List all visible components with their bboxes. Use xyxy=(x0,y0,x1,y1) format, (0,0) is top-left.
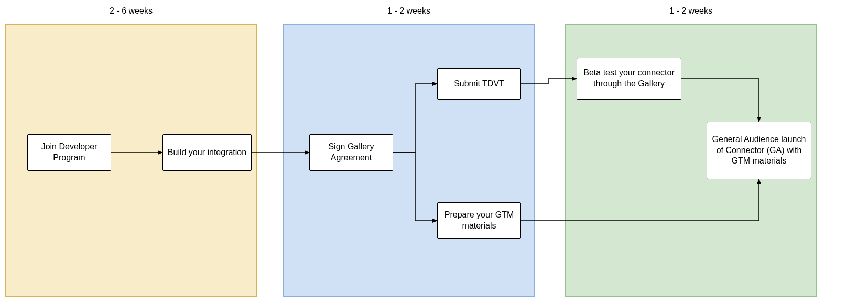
node-submit-tdvt: Submit TDVT xyxy=(437,68,521,100)
phase-label-1: 2 - 6 weeks xyxy=(5,6,257,16)
node-build-integration: Build your integration xyxy=(162,134,252,171)
phase-label-2: 1 - 2 weeks xyxy=(283,6,535,16)
node-prepare-gtm: Prepare your GTM materials xyxy=(437,202,521,239)
node-sign-gallery-agreement: Sign Gallery Agreement xyxy=(309,134,393,171)
node-join-developer-program: Join Developer Program xyxy=(27,134,111,171)
node-beta-test: Beta test your connector through the Gal… xyxy=(577,58,681,100)
node-ga-launch: General Audience launch of Connector (GA… xyxy=(707,122,811,179)
phase-label-3: 1 - 2 weeks xyxy=(565,6,817,16)
